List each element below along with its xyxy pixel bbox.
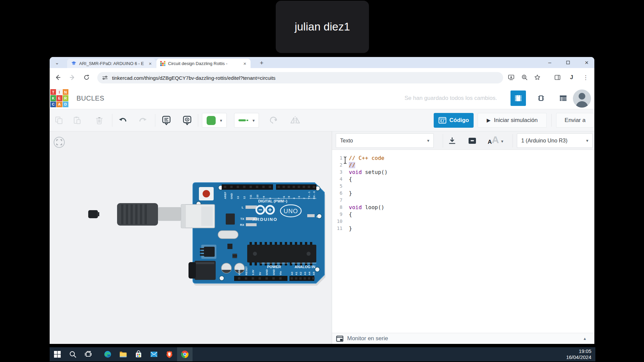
line-number: 7 <box>332 197 345 204</box>
profile-button[interactable]: J <box>566 71 578 83</box>
chip-icon <box>514 94 523 103</box>
code-line[interactable]: 8void loop() <box>332 204 594 211</box>
code-line[interactable]: 2// <box>332 162 594 169</box>
bookmark-button[interactable] <box>531 71 543 83</box>
wire-icon <box>238 119 249 122</box>
undo-button[interactable] <box>116 113 129 128</box>
mail-button[interactable] <box>146 347 162 361</box>
logo-tile: A <box>56 102 62 107</box>
serial-monitor-icon <box>336 336 343 342</box>
task-view-button[interactable] <box>80 347 96 361</box>
notes-button[interactable] <box>160 113 173 128</box>
line-text: void setup() <box>345 169 388 176</box>
code-line[interactable]: 9{ <box>332 211 594 218</box>
window-close-button[interactable]: × <box>579 57 594 68</box>
workspace: L TX RX ON DIGITAL (PWM~) POWER ANALOG I… <box>50 131 594 344</box>
tab-close-icon[interactable]: × <box>147 60 153 66</box>
rotate-button[interactable] <box>267 113 280 128</box>
store-button[interactable] <box>131 347 146 361</box>
editor-toolbar: ▾ ▾ Código ▶ Iniciar simulación <box>50 109 594 131</box>
svg-text:ON: ON <box>316 215 320 218</box>
rotate-icon <box>269 116 278 125</box>
chrome-icon <box>181 350 189 358</box>
tab-1[interactable]: ARI_SMR-FPaD: ARDUINO 6 - E × <box>67 59 156 68</box>
code-line[interactable]: 11} <box>332 225 594 232</box>
code-mode-select[interactable]: Texto ▾ <box>336 133 434 148</box>
label-visibility-button[interactable] <box>180 113 194 128</box>
reload-icon <box>83 74 90 81</box>
svg-text:A5: A5 <box>312 272 315 275</box>
tab-search-button[interactable]: ⌄ <box>53 59 61 66</box>
delete-button[interactable] <box>93 113 106 128</box>
brave-button[interactable] <box>162 347 177 361</box>
code-button[interactable]: Código <box>434 113 474 128</box>
logo-tile <box>164 61 165 62</box>
circuit-canvas[interactable]: L TX RX ON DIGITAL (PWM~) POWER ANALOG I… <box>50 131 332 344</box>
back-button[interactable] <box>52 71 64 83</box>
code-editor[interactable]: 1// C++ code2//3void setup()4{56}78void … <box>332 152 594 333</box>
tinkercad-logo[interactable]: TINKERCAD <box>50 89 68 107</box>
mirror-button[interactable] <box>288 113 302 128</box>
board-select[interactable]: 1 (Arduino Uno R3) ▾ <box>517 133 593 148</box>
address-bar[interactable]: tinkercad.com/things/dZBgEQCY7bv-dazzlin… <box>97 72 503 83</box>
redo-button[interactable] <box>136 113 150 128</box>
code-line[interactable]: 5 <box>332 183 594 190</box>
saved-status: Se han guardado todos los cambios. <box>405 95 497 102</box>
font-size-dropdown[interactable]: A A ▾ <box>487 135 507 147</box>
reload-button[interactable] <box>80 71 93 83</box>
serial-monitor-bar[interactable]: Monitor en serie ▲ <box>332 333 594 344</box>
tab-2[interactable]: Circuit design Dazzling Rottis - × <box>156 59 251 68</box>
side-panel-button[interactable] <box>551 71 564 83</box>
search-icon <box>69 351 76 358</box>
download-icon <box>448 137 456 145</box>
logo-tile <box>160 61 162 62</box>
components-view-button[interactable] <box>511 90 526 106</box>
paste-button[interactable] <box>70 113 84 128</box>
usb-plug[interactable] <box>117 203 181 226</box>
send-to-button[interactable]: Enviar a <box>556 113 594 128</box>
site-settings-icon[interactable] <box>102 75 108 81</box>
code-line[interactable]: 3void setup() <box>332 169 594 176</box>
avatar[interactable] <box>573 89 591 108</box>
arduino-uno-board[interactable]: L TX RX ON DIGITAL (PWM~) POWER ANALOG I… <box>50 131 332 344</box>
code-line[interactable]: 10 <box>332 218 594 225</box>
code-line[interactable]: 1// C++ code <box>332 155 594 162</box>
tab-close-icon[interactable]: × <box>242 60 248 66</box>
line-text: void loop() <box>345 204 384 211</box>
browser-menu-button[interactable]: ⋮ <box>580 71 592 83</box>
start-simulation-button[interactable]: ▶ Iniciar simulación <box>478 113 547 128</box>
copy-button[interactable] <box>52 113 66 128</box>
svg-text:2: 2 <box>303 197 306 199</box>
tinkercad-header: TINKERCAD BUCLES Se han guardado todos l… <box>50 87 594 109</box>
line-number: 9 <box>332 211 345 218</box>
edge-button[interactable] <box>100 347 115 361</box>
logo-tile: E <box>56 95 62 101</box>
svg-text:~6: ~6 <box>282 196 285 199</box>
forward-button[interactable] <box>66 71 78 83</box>
file-explorer-button[interactable] <box>115 347 131 361</box>
logo-tile <box>162 63 163 64</box>
schematic-view-button[interactable] <box>533 90 549 106</box>
library-button[interactable] <box>466 133 479 148</box>
design-title[interactable]: BUCLES <box>76 95 104 102</box>
zoom-button[interactable] <box>519 71 531 83</box>
new-tab-button[interactable]: + <box>257 59 266 67</box>
component-list-button[interactable] <box>555 90 571 106</box>
logo-tile: D <box>63 102 68 107</box>
taskbar-clock[interactable]: 19:05 16/04/2024 <box>566 348 595 360</box>
code-line[interactable]: 4{ <box>332 176 594 183</box>
usb-cable-end[interactable] <box>88 210 99 218</box>
window-minimize-button[interactable]: – <box>542 57 557 68</box>
start-button[interactable] <box>50 347 65 361</box>
window-maximize-button[interactable] <box>560 57 576 68</box>
wire-style-dropdown[interactable]: ▾ <box>234 113 259 128</box>
search-button[interactable] <box>65 347 80 361</box>
code-line[interactable]: 6} <box>332 190 594 197</box>
flip-icon <box>290 116 301 125</box>
color-dropdown[interactable]: ▾ <box>202 113 227 128</box>
install-app-button[interactable] <box>505 71 517 83</box>
download-code-button[interactable] <box>445 133 459 148</box>
code-line[interactable]: 7 <box>332 197 594 204</box>
arduino-pcb[interactable]: L TX RX ON DIGITAL (PWM~) POWER ANALOG I… <box>181 183 324 283</box>
chrome-button[interactable] <box>177 347 193 361</box>
